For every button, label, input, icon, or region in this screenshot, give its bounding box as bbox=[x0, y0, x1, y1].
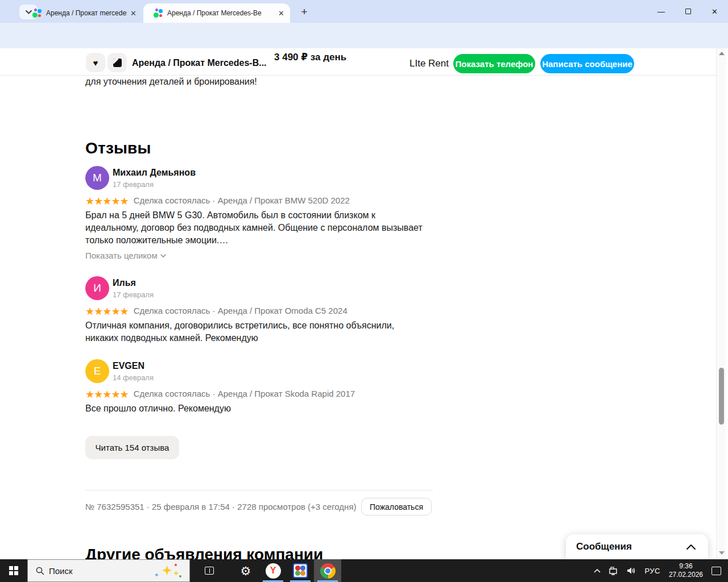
pinned-app-button[interactable] bbox=[287, 559, 314, 582]
settings-button[interactable]: ⚙ bbox=[232, 559, 259, 582]
colored-grid-app-icon bbox=[293, 563, 308, 578]
clock[interactable]: 9:36 27.02.2026 bbox=[664, 562, 708, 579]
chevron-up-icon bbox=[686, 544, 696, 550]
star-rating-icon: ★★★★★ bbox=[85, 306, 129, 317]
system-tray: РУС 9:36 27.02.2026 bbox=[590, 559, 728, 582]
review-text: Все прошло отлично. Рекомендую bbox=[85, 402, 425, 415]
star-rating-icon: ★★★★★ bbox=[85, 196, 129, 207]
network-button[interactable] bbox=[605, 559, 623, 582]
tab-title: Аренда / Прокат mercedes-be bbox=[46, 9, 127, 17]
scroll-down-arrow-icon[interactable] bbox=[719, 551, 725, 555]
read-all-reviews-button[interactable]: Читать 154 отзыва bbox=[85, 436, 179, 459]
gear-icon: ⚙ bbox=[241, 565, 251, 577]
task-view-icon bbox=[205, 567, 214, 575]
chrome-button[interactable] bbox=[314, 559, 341, 582]
new-tab-button[interactable]: + bbox=[297, 5, 312, 19]
minimize-button[interactable]: — bbox=[648, 0, 675, 23]
page-content: ♥ Аренда / Прокат Mercedes-B... 3 490 ₽ … bbox=[0, 48, 716, 559]
review-date: 17 февраля bbox=[113, 180, 154, 189]
windows-taskbar: Поиск ⚙ Y РУС 9:36 27.02.2026 bbox=[0, 559, 728, 582]
yandex-icon: Y bbox=[266, 563, 281, 579]
review-text: Отличная компания, договорились встретил… bbox=[85, 319, 425, 344]
messenger-label: Сообщения bbox=[576, 541, 632, 552]
review-date: 17 февраля bbox=[113, 290, 154, 299]
seller-name: LIte Rent bbox=[410, 58, 449, 69]
volume-button[interactable] bbox=[623, 559, 640, 582]
description-fragment: для уточнения деталей и бронирования! bbox=[85, 77, 257, 87]
listing-meta: № 7632595351 · 25 февраля в 17:54 · 2728… bbox=[85, 502, 357, 512]
review-item: М Михаил Демьянов 17 февраля ★★★★★Сделка… bbox=[85, 166, 433, 263]
action-center-button[interactable] bbox=[708, 559, 728, 582]
tray-date: 27.02.2026 bbox=[669, 571, 703, 579]
scroll-up-arrow-icon[interactable] bbox=[719, 52, 725, 55]
browser-toolbar: ← → ↻ avito.ru/kaliningrad/predlozheniya… bbox=[0, 23, 728, 48]
scrollbar-thumb[interactable] bbox=[719, 368, 724, 425]
section-divider bbox=[85, 490, 433, 490]
review-item: И Илья 17 февраля ★★★★★Сделка состоялась… bbox=[85, 276, 433, 347]
review-deal-info: Сделка состоялась · Аренда / Прокат Skod… bbox=[134, 389, 355, 398]
avito-favicon bbox=[32, 9, 42, 18]
tab-close-icon[interactable]: ✕ bbox=[275, 9, 290, 18]
task-view-button[interactable] bbox=[196, 559, 223, 582]
chrome-icon bbox=[320, 563, 336, 579]
browser-tab-inactive[interactable]: Аренда / Прокат mercedes-be ✕ bbox=[28, 3, 142, 23]
tab-close-icon[interactable]: ✕ bbox=[127, 9, 142, 18]
restore-icon bbox=[685, 9, 691, 14]
taskbar-search-input[interactable]: Поиск bbox=[27, 559, 190, 582]
search-icon bbox=[36, 567, 44, 575]
speaker-icon bbox=[627, 567, 636, 575]
review-rating-row: ★★★★★Сделка состоялась · Аренда / Прокат… bbox=[85, 195, 350, 207]
browser-tab-active[interactable]: Аренда / Прокат Mercedes-Be ✕ bbox=[143, 3, 290, 23]
review-deal-info: Сделка состоялась · Аренда / Прокат BMW … bbox=[134, 196, 350, 205]
listing-sticky-header: ♥ Аренда / Прокат Mercedes-B... 3 490 ₽ … bbox=[0, 48, 716, 76]
reviewer-name: Илья bbox=[113, 278, 136, 288]
favorite-button[interactable]: ♥ bbox=[86, 53, 105, 72]
show-full-review-link[interactable]: Показать целиком bbox=[85, 251, 166, 260]
heart-icon: ♥ bbox=[93, 59, 98, 67]
window-controls: — ✕ bbox=[648, 0, 728, 23]
windows-logo-icon bbox=[9, 566, 18, 575]
reviewer-name: Михаил Демьянов bbox=[113, 168, 196, 178]
reviewer-name: EVGEN bbox=[113, 361, 144, 371]
start-button[interactable] bbox=[0, 559, 27, 582]
network-icon bbox=[609, 567, 619, 575]
listing-title: Аренда / Прокат Mercedes-B... bbox=[132, 58, 267, 68]
restore-button[interactable] bbox=[675, 0, 701, 23]
write-message-button[interactable]: Написать сообщение bbox=[540, 54, 634, 73]
avatar: E bbox=[85, 359, 109, 383]
review-text: Брал на 5 дней BMW 5 G30. Автомобиль был… bbox=[85, 209, 425, 247]
note-icon bbox=[113, 59, 122, 67]
chevron-down-icon bbox=[160, 254, 166, 257]
avito-favicon bbox=[154, 9, 163, 18]
review-date: 14 февраля bbox=[113, 373, 154, 382]
language-indicator[interactable]: РУС bbox=[640, 559, 664, 582]
page-scrollbar[interactable] bbox=[716, 48, 726, 559]
messenger-widget[interactable]: Сообщения bbox=[566, 534, 708, 559]
avatar: М bbox=[85, 166, 109, 190]
notification-icon bbox=[712, 567, 721, 575]
tray-expand-button[interactable] bbox=[590, 559, 605, 582]
tab-title: Аренда / Прокат Mercedes-Be bbox=[167, 9, 275, 17]
reviews-heading: Отзывы bbox=[85, 139, 151, 157]
report-button[interactable]: Пожаловаться bbox=[361, 498, 432, 516]
avatar: И bbox=[85, 276, 109, 300]
note-button[interactable] bbox=[107, 53, 127, 72]
review-item: E EVGEN 14 февраля ★★★★★Сделка состоялас… bbox=[85, 359, 433, 416]
review-deal-info: Сделка состоялась · Аренда / Прокат Omod… bbox=[134, 306, 348, 315]
review-rating-row: ★★★★★Сделка состоялась · Аренда / Прокат… bbox=[85, 388, 355, 401]
screen: Аренда / Прокат mercedes-be ✕ Аренда / П… bbox=[0, 0, 728, 582]
yandex-browser-button[interactable]: Y bbox=[259, 559, 287, 582]
chevron-up-icon bbox=[594, 569, 601, 573]
show-phone-button[interactable]: Показать телефон bbox=[453, 54, 535, 73]
listing-price: 3 490 ₽ за день bbox=[274, 51, 346, 63]
close-button[interactable]: ✕ bbox=[701, 0, 728, 23]
search-placeholder: Поиск bbox=[49, 566, 73, 576]
star-rating-icon: ★★★★★ bbox=[85, 389, 129, 400]
tray-time: 9:36 bbox=[669, 562, 703, 571]
search-highlights-icon bbox=[153, 564, 181, 579]
browser-tab-strip: Аренда / Прокат mercedes-be ✕ Аренда / П… bbox=[0, 0, 728, 23]
review-rating-row: ★★★★★Сделка состоялась · Аренда / Прокат… bbox=[85, 305, 348, 318]
